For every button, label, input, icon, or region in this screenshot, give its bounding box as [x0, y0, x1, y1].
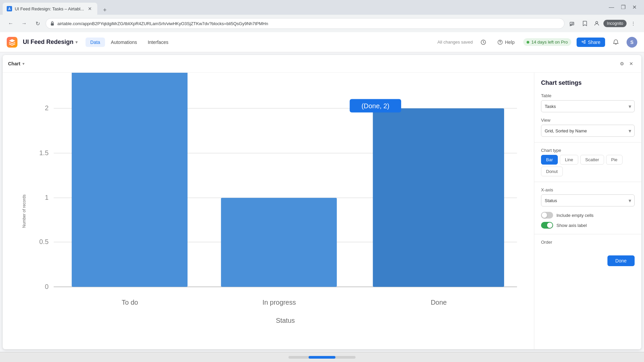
header-nav: Data Automations Interfaces [86, 38, 173, 47]
show-axis-toggle[interactable] [541, 222, 553, 229]
x-axis-main-label: Status [276, 317, 295, 324]
xaxis-label: X-axis [541, 187, 635, 192]
history-button[interactable] [478, 37, 489, 48]
chart-settings-button[interactable]: ⚙ [617, 59, 627, 68]
svg-text:1.5: 1.5 [39, 149, 49, 156]
forward-button[interactable]: → [19, 18, 30, 29]
chart-svg-container: 0 0.5 1 1.5 2 2.5 3 [23, 73, 527, 329]
cast-icon[interactable] [567, 18, 578, 29]
share-label: Share [588, 40, 600, 45]
chart-title-dropdown-icon: ▾ [22, 62, 24, 66]
chart-panel-title[interactable]: Chart ▾ [8, 61, 24, 66]
table-setting: Table Tasks [541, 93, 635, 112]
pro-badge[interactable]: 14 days left on Pro [523, 38, 571, 46]
incognito-button[interactable]: Incognito [603, 20, 627, 27]
settings-title: Chart settings [541, 79, 635, 86]
horizontal-scrollbar[interactable] [288, 356, 356, 359]
include-empty-label: Include empty cells [556, 213, 594, 218]
include-empty-row: Include empty cells [541, 212, 635, 219]
view-label: View [541, 118, 635, 123]
svg-point-5 [596, 21, 598, 23]
chart-type-scatter[interactable]: Scatter [580, 155, 604, 165]
browser-tab[interactable]: A UI Feed Redesign: Tasks – Airtabl... ✕ [3, 3, 97, 15]
profile-icon[interactable] [591, 18, 602, 29]
pro-badge-text: 14 days left on Pro [531, 40, 568, 45]
bookmark-icon[interactable] [579, 18, 590, 29]
new-tab-button[interactable]: + [100, 5, 109, 15]
tab-title: UI Feed Redesign: Tasks – Airtabl... [15, 6, 84, 11]
svg-text:0: 0 [45, 283, 49, 290]
scroll-thumb[interactable] [309, 356, 335, 359]
chart-type-pie[interactable]: Pie [606, 155, 623, 165]
svg-text:1: 1 [45, 194, 49, 201]
url-text: airtable.com/appnB2PYqtdgiMrZG/tbliXpR4Z… [57, 21, 560, 26]
bar-inprogress[interactable] [221, 198, 337, 287]
chart-type-section: Chart type Bar Line Scatter Pie Donut [541, 148, 635, 176]
table-label: Table [541, 93, 635, 98]
chart-type-line[interactable]: Line [560, 155, 578, 165]
nav-item-interfaces[interactable]: Interfaces [143, 38, 173, 47]
avatar[interactable]: S [627, 37, 637, 48]
app-title-dropdown-icon: ▾ [75, 40, 77, 45]
minimize-icon[interactable]: — [607, 4, 616, 11]
view-select[interactable]: Grid, Sorted by Name [541, 125, 635, 137]
svg-text:A: A [8, 7, 10, 11]
help-button[interactable]: Help [494, 38, 518, 47]
include-empty-toggle[interactable] [541, 212, 553, 219]
close-window-icon[interactable]: ✕ [630, 3, 639, 11]
xaxis-setting: X-axis Status [541, 187, 635, 206]
chart-tooltip: (Done, 2) [362, 102, 389, 110]
done-button[interactable]: Done [607, 255, 635, 266]
autosave-status: All changes saved [437, 40, 473, 45]
chart-close-button[interactable]: ✕ [627, 59, 636, 68]
chart-title-text: Chart [8, 61, 20, 66]
maximize-icon[interactable]: ❐ [619, 3, 628, 11]
svg-text:0.5: 0.5 [39, 238, 49, 245]
svg-point-4 [570, 25, 571, 26]
help-label: Help [505, 40, 515, 45]
x-label-inprogress: In progress [262, 299, 296, 306]
tab-favicon: A [7, 6, 12, 11]
back-button[interactable]: ← [5, 18, 16, 29]
divider-3 [534, 234, 641, 234]
show-axis-label: Show axis label [556, 223, 587, 228]
divider-1 [534, 142, 641, 142]
xaxis-select[interactable]: Status [541, 194, 635, 206]
notifications-button[interactable] [610, 37, 621, 48]
order-label: Order [541, 240, 635, 245]
help-icon [497, 40, 503, 45]
svg-text:2: 2 [45, 104, 49, 112]
chart-type-donut[interactable]: Donut [541, 167, 563, 176]
view-setting: View Grid, Sorted by Name [541, 118, 635, 137]
chart-type-label: Chart type [541, 148, 635, 153]
bar-done[interactable] [373, 108, 504, 287]
order-section: Order [541, 240, 635, 245]
chart-type-buttons: Bar Line Scatter Pie Donut [541, 155, 635, 176]
chart-area: Number of records 0 0.5 1 [3, 73, 534, 349]
app-title-text: UI Feed Redesign [23, 39, 73, 46]
bar-todo[interactable] [72, 73, 187, 287]
x-label-done: Done [431, 299, 447, 306]
chart-settings-panel: Chart settings Table Tasks View G [534, 73, 641, 349]
bottom-bar [0, 352, 644, 362]
share-button[interactable]: Share [577, 38, 605, 47]
svg-point-8 [500, 43, 500, 44]
svg-rect-2 [51, 23, 54, 25]
tab-close-btn[interactable]: ✕ [87, 5, 93, 12]
address-bar[interactable]: airtable.com/appnB2PYqtdgiMrZG/tbliXpR4Z… [46, 18, 565, 29]
pro-dot [527, 41, 529, 44]
divider-2 [534, 182, 641, 182]
reload-button[interactable]: ↻ [32, 18, 43, 29]
app-logo [7, 37, 17, 48]
settings-footer: Done [541, 250, 635, 266]
more-options-icon[interactable]: ⋮ [628, 18, 639, 29]
nav-item-automations[interactable]: Automations [106, 38, 142, 47]
app-title[interactable]: UI Feed Redesign ▾ [23, 39, 77, 46]
nav-item-data[interactable]: Data [86, 38, 105, 47]
table-select[interactable]: Tasks [541, 100, 635, 112]
chart-type-bar[interactable]: Bar [541, 155, 558, 165]
show-axis-row: Show axis label [541, 222, 635, 229]
share-icon [581, 40, 586, 45]
x-label-todo: To do [122, 299, 138, 306]
lock-icon [50, 21, 55, 26]
